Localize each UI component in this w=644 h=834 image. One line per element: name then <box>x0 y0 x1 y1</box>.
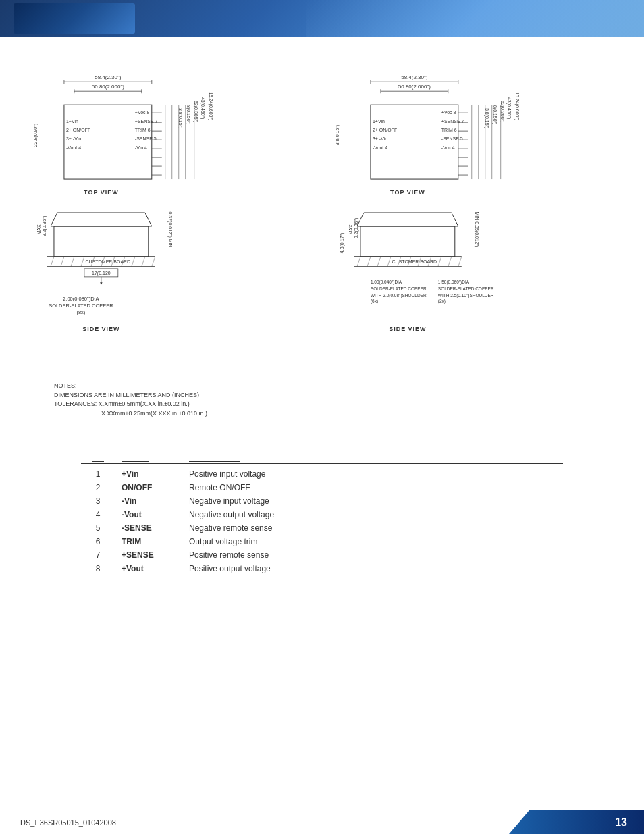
svg-text:CUSTOMER  BOARD: CUSTOMER BOARD <box>86 259 131 264</box>
pin-num-5: 5 <box>81 523 115 533</box>
svg-text:1.00(0.040")DIA: 1.00(0.040")DIA <box>371 280 402 285</box>
svg-line-52 <box>142 257 145 267</box>
footer-doc-number: DS_E36SR05015_01042008 <box>20 818 116 827</box>
svg-text:TOP  VIEW: TOP VIEW <box>84 189 119 196</box>
drawing-right: 58.4(2.30") 50.80(2.000") 3.8(0.15") 3.8… <box>333 64 617 368</box>
svg-line-118 <box>448 257 452 267</box>
svg-text:WITH 2.0(0.08")SHOULDER: WITH 2.0(0.08")SHOULDER <box>371 293 427 298</box>
svg-marker-55 <box>51 213 152 226</box>
left-drawing-svg: 58.4(2.30") 50.80(2.000") 22.8(0.90") 3.… <box>27 64 311 368</box>
pin-row-6: 6 TRIM Output voltage trim <box>81 535 563 548</box>
svg-text:2+ ON/OFF: 2+ ON/OFF <box>66 128 90 132</box>
pin-name-3: -Vin <box>115 496 182 506</box>
svg-line-119 <box>458 257 462 267</box>
svg-text:43(0.450"): 43(0.450") <box>506 97 512 119</box>
notes-section: NOTES: DIMENSIONS ARE IN MILLIMETERS AND… <box>54 382 617 418</box>
svg-text:+Voc 8: +Voc 8 <box>441 110 456 115</box>
svg-text:2.00(0.080")DIA: 2.00(0.080")DIA <box>63 296 99 302</box>
svg-marker-121 <box>357 213 458 226</box>
svg-text:62(0.300"): 62(0.300") <box>500 101 505 122</box>
pin-num-3: 3 <box>81 496 115 506</box>
notes-title: NOTES: <box>54 382 617 391</box>
svg-text:3.8(0.15"): 3.8(0.15") <box>178 108 183 128</box>
svg-text:15.24(0.600"): 15.24(0.600") <box>208 92 213 120</box>
svg-text:1+Vin: 1+Vin <box>373 119 385 124</box>
pin-name-5: -SENSE <box>115 523 182 533</box>
svg-line-109 <box>357 257 360 267</box>
pin-name-4: -Vout <box>115 510 182 519</box>
svg-text:4.3(0.17"): 4.3(0.17") <box>340 233 345 253</box>
pin-name-1: +Vin <box>115 469 182 479</box>
pin-num-2: 2 <box>81 483 115 492</box>
svg-line-110 <box>367 257 371 267</box>
svg-line-51 <box>132 257 135 267</box>
svg-line-112 <box>387 257 391 267</box>
pin-desc-8: Positive output voltage <box>182 564 563 573</box>
pin-num-8: 8 <box>81 564 115 573</box>
pin-num-7: 7 <box>81 550 115 560</box>
pin-desc-7: Positive remote sense <box>182 550 563 560</box>
notes-line2: TOLERANCES: X.Xmm±0.5mm(X.XX in.±0.02 in… <box>54 400 617 409</box>
main-content: 58.4(2.30") 50.80(2.000") 22.8(0.90") 3.… <box>0 37 644 589</box>
footer-page-bar: 13 <box>509 810 644 834</box>
pin-name-8: +Vout <box>115 564 182 573</box>
svg-text:MAX: MAX <box>348 224 353 234</box>
svg-text:9.2(0.36"): 9.2(0.36") <box>354 218 359 238</box>
col-header-desc <box>182 452 563 462</box>
svg-text:(2x): (2x) <box>438 298 446 304</box>
pin-row-1: 1 +Vin Positive input voltage <box>81 467 563 481</box>
pin-num-4: 4 <box>81 510 115 519</box>
footer: DS_E36SR05015_01042008 13 <box>0 810 644 834</box>
svg-line-43 <box>51 257 54 267</box>
pin-table-header <box>81 452 563 464</box>
notes-line3: X.XXmm±0.25mm(X.XXX in.±0.010 in.) <box>54 409 617 419</box>
svg-text:MIN 0.35(0.012"): MIN 0.35(0.012") <box>474 212 479 248</box>
svg-text:CUSTOMER  BOARD: CUSTOMER BOARD <box>392 259 437 264</box>
svg-text:-SENSE 5: -SENSE 5 <box>135 136 157 141</box>
pin-row-4: 4 -Vout Negative output voltage <box>81 508 563 521</box>
svg-text:9.2(0.36"): 9.2(0.36") <box>42 216 47 236</box>
pin-desc-3: Negative input voltage <box>182 496 563 506</box>
svg-text:(8x): (8x) <box>76 309 85 315</box>
pin-desc-4: Negative output voltage <box>182 510 563 519</box>
pin-name-7: +SENSE <box>115 550 182 560</box>
pin-name-6: TRIM <box>115 537 182 546</box>
pin-desc-2: Remote ON/OFF <box>182 483 563 492</box>
col-header-name <box>115 452 182 462</box>
svg-text:SOLDER-PLATED COPPER: SOLDER-PLATED COPPER <box>438 286 494 291</box>
svg-text:3+ -Vin: 3+ -Vin <box>66 136 81 141</box>
pin-num-6: 6 <box>81 537 115 546</box>
svg-rect-54 <box>54 226 149 257</box>
svg-text:3+ -Vin: 3+ -Vin <box>373 136 387 141</box>
svg-text:SOLDER-PLATED COPPER: SOLDER-PLATED COPPER <box>371 286 427 291</box>
pin-row-7: 7 +SENSE Positive remote sense <box>81 548 563 562</box>
pin-row-3: 3 -Vin Negative input voltage <box>81 494 563 508</box>
svg-text:SIDE  VIEW: SIDE VIEW <box>390 325 427 332</box>
svg-rect-79 <box>371 105 458 179</box>
svg-text:-Vin 4: -Vin 4 <box>135 145 147 150</box>
svg-text:17(0.120: 17(0.120 <box>92 271 111 276</box>
svg-text:SOLDER-PLATED COPPER: SOLDER-PLATED COPPER <box>49 303 113 309</box>
svg-rect-14 <box>64 105 152 179</box>
svg-text:8(0.150"): 8(0.150") <box>186 105 191 125</box>
svg-text:-Vout 4: -Vout 4 <box>373 145 387 150</box>
drawing-left: 58.4(2.30") 50.80(2.000") 22.8(0.90") 3.… <box>27 64 311 368</box>
pin-name-2: ON/OFF <box>115 483 182 492</box>
header-logo <box>14 3 135 34</box>
svg-text:62(0.305"): 62(0.305") <box>193 101 198 122</box>
svg-text:1.50(0.060")DIA: 1.50(0.060")DIA <box>438 280 470 285</box>
svg-text:TRIM 6: TRIM 6 <box>135 128 151 132</box>
svg-line-117 <box>438 257 441 267</box>
svg-line-44 <box>61 257 64 267</box>
pin-desc-5: Negative remote sense <box>182 523 563 533</box>
header-banner <box>0 0 644 37</box>
pin-desc-6: Output voltage trim <box>182 537 563 546</box>
header-decorative <box>306 0 644 37</box>
svg-text:15.24(0.600"): 15.24(0.600") <box>514 92 520 120</box>
pin-row-5: 5 -SENSE Negative remote sense <box>81 521 563 535</box>
pin-table-section: 1 +Vin Positive input voltage 2 ON/OFF R… <box>27 452 617 575</box>
pin-row-8: 8 +Vout Positive output voltage <box>81 562 563 575</box>
svg-rect-120 <box>360 226 455 257</box>
svg-text:MAX: MAX <box>36 224 41 234</box>
drawing-area: 58.4(2.30") 50.80(2.000") 22.8(0.90") 3.… <box>27 64 617 368</box>
